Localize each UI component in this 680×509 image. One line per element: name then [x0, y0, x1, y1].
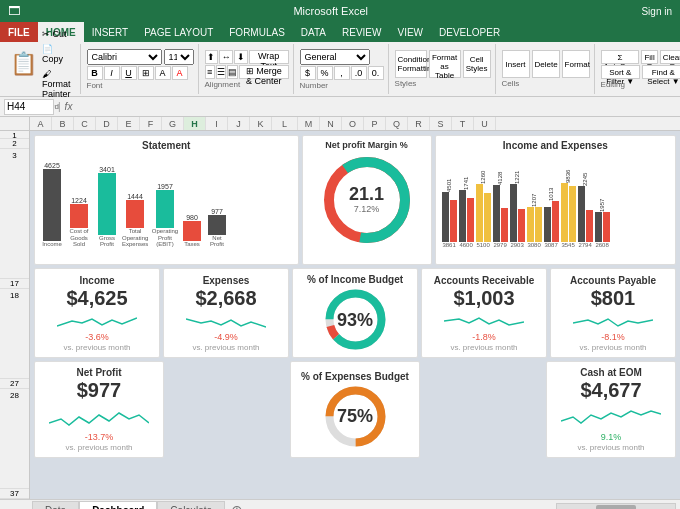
pct-expenses-budget-card: % of Expenses Budget 75% — [290, 361, 420, 458]
conditional-formatting-button[interactable]: Conditional Formatting — [395, 50, 427, 78]
sort-filter-button[interactable]: Sort & Filter ▼ — [601, 65, 640, 79]
accounts-payable-change: -8.1% — [601, 332, 625, 342]
accounts-payable-card: Accounts Payable $801 -8.1% vs. previous… — [550, 268, 676, 358]
tab-page-layout[interactable]: PAGE LAYOUT — [136, 22, 221, 42]
number-group: General $ % , .0 0. Number — [296, 44, 389, 94]
format-painter-button[interactable]: 🖌 Format Painter — [39, 67, 74, 101]
tab-dashboard[interactable]: Dashboard — [79, 501, 157, 509]
underline-button[interactable]: U — [121, 66, 137, 80]
alignment-group: ⬆ ↔ ⬇ Wrap Text ≡ ☰ ▤ ⊞ Merge & Center A… — [201, 44, 294, 94]
col-t: T — [452, 117, 474, 130]
income-kpi-change: -3.6% — [85, 332, 109, 342]
clear-button[interactable]: Clear ▼ — [660, 50, 680, 64]
tab-review[interactable]: REVIEW — [334, 22, 389, 42]
col-g: G — [162, 117, 184, 130]
align-right-button[interactable]: ▤ — [227, 65, 238, 79]
donut-sub: 7.12% — [349, 204, 384, 214]
net-profit-vs: vs. previous month — [65, 443, 132, 452]
top-row: Statement 4625 Income 1224 Cost of Goo — [34, 135, 676, 265]
statement-card: Statement 4625 Income 1224 Cost of Goo — [34, 135, 299, 265]
align-bottom-button[interactable]: ⬇ — [234, 50, 248, 64]
merge-center-button[interactable]: ⊞ Merge & Center — [239, 65, 289, 79]
expenses-kpi-change: -4.9% — [214, 332, 238, 342]
row-headers: 1 2 3 17 18 27 28 37 — [0, 131, 30, 499]
border-button[interactable]: ⊞ — [138, 66, 154, 80]
col-headers: A B C D E F G H I J K L M N O P Q R S T … — [0, 117, 680, 131]
col-n: N — [320, 117, 342, 130]
accounts-receivable-value: $1,003 — [453, 287, 514, 310]
tab-data[interactable]: Data — [32, 501, 79, 509]
font-family-select[interactable]: Calibri — [87, 49, 162, 65]
col-p: P — [364, 117, 386, 130]
fill-button[interactable]: Fill ▼ — [641, 50, 657, 64]
formula-bar: H44 | fx — [0, 97, 680, 117]
bar-chart: 4625 Income 1224 Cost of Goods Sold — [39, 153, 294, 248]
paste-button[interactable]: 📋 — [10, 51, 37, 77]
kpi-row-1: Income $4,625 -3.6% vs. previous month E… — [34, 268, 676, 358]
tab-formulas[interactable]: FORMULAS — [221, 22, 293, 42]
italic-button[interactable]: I — [104, 66, 120, 80]
align-left-button[interactable]: ≡ — [205, 65, 215, 79]
tab-view[interactable]: VIEW — [389, 22, 431, 42]
net-profit-change: -13.7% — [85, 432, 114, 442]
net-profit-margin-card: Net profit Margin % 21.1 7.12% — [302, 135, 432, 265]
font-group: Calibri 11 B I U ⊞ A A Font — [83, 44, 199, 94]
clipboard-group: 📋 ✂ Cut 📄 Copy 🖌 Format Painter Clipboar… — [4, 44, 81, 94]
accounts-payable-value: $801 — [591, 287, 636, 310]
bold-button[interactable]: B — [87, 66, 103, 80]
copy-button[interactable]: 📄 Copy — [39, 42, 74, 66]
income-kpi-card: Income $4,625 -3.6% vs. previous month — [34, 268, 160, 358]
editing-group: Σ AutoSum Fill ▼ Clear ▼ Sort & Filter ▼… — [597, 44, 680, 94]
pct-income-budget-title: % of Income Budget — [307, 274, 403, 285]
align-middle-button[interactable]: ↔ — [219, 50, 233, 64]
percent-button[interactable]: % — [317, 66, 333, 80]
wrap-text-button[interactable]: Wrap Text — [249, 50, 289, 64]
ie-chart: 4501 3861 1741 — [440, 153, 671, 248]
comma-button[interactable]: , — [334, 66, 350, 80]
tab-data[interactable]: DATA — [293, 22, 334, 42]
pct-income-value: 93% — [337, 311, 373, 329]
decrease-decimal-button[interactable]: 0. — [368, 66, 384, 80]
formula-divider: | — [58, 101, 61, 112]
col-d: D — [96, 117, 118, 130]
col-r: R — [408, 117, 430, 130]
delete-button[interactable]: Delete — [532, 50, 560, 78]
fill-color-button[interactable]: A — [155, 66, 171, 80]
fx-label: fx — [65, 101, 73, 112]
name-box[interactable]: H44 — [4, 99, 54, 115]
net-profit-margin-title: Net profit Margin % — [307, 140, 427, 150]
cut-button[interactable]: ✂ Cut — [39, 27, 74, 41]
col-s: S — [430, 117, 452, 130]
tab-developer[interactable]: DEVELOPER — [431, 22, 508, 42]
tab-insert[interactable]: INSERT — [84, 22, 137, 42]
col-c: C — [74, 117, 96, 130]
add-sheet-button[interactable]: ⊕ — [225, 501, 249, 509]
col-h: H — [184, 117, 206, 130]
col-l: L — [272, 117, 298, 130]
increase-decimal-button[interactable]: .0 — [351, 66, 367, 80]
col-q: Q — [386, 117, 408, 130]
ribbon-tabs: FILE HOME INSERT PAGE LAYOUT FORMULAS DA… — [0, 22, 680, 42]
accounts-receivable-title: Accounts Receivable — [434, 275, 535, 286]
accounts-receivable-card: Accounts Receivable $1,003 -1.8% vs. pre… — [421, 268, 547, 358]
cash-eom-title: Cash at EOM — [580, 367, 642, 378]
formula-input[interactable] — [76, 101, 676, 112]
cell-styles-button[interactable]: Cell Styles — [463, 50, 491, 78]
statement-title: Statement — [39, 140, 294, 151]
donut-value: 21.1 — [349, 185, 384, 205]
tab-calculate[interactable]: Calculate — [157, 501, 225, 509]
insert-button[interactable]: Insert — [502, 50, 530, 78]
font-color-button[interactable]: A — [172, 66, 188, 80]
signin-link[interactable]: Sign in — [641, 6, 672, 17]
number-format-select[interactable]: General — [300, 49, 370, 65]
find-select-button[interactable]: Find & Select ▼ — [642, 65, 680, 79]
col-i: I — [206, 117, 228, 130]
align-top-button[interactable]: ⬆ — [205, 50, 219, 64]
currency-button[interactable]: $ — [300, 66, 316, 80]
format-as-table-button[interactable]: Format as Table — [429, 50, 461, 78]
font-size-select[interactable]: 11 — [164, 49, 194, 65]
format-button[interactable]: Format — [562, 50, 590, 78]
autosum-button[interactable]: Σ AutoSum — [601, 50, 640, 64]
align-center-button[interactable]: ☰ — [216, 65, 226, 79]
minimize-icon[interactable]: 🗖 — [8, 4, 20, 18]
